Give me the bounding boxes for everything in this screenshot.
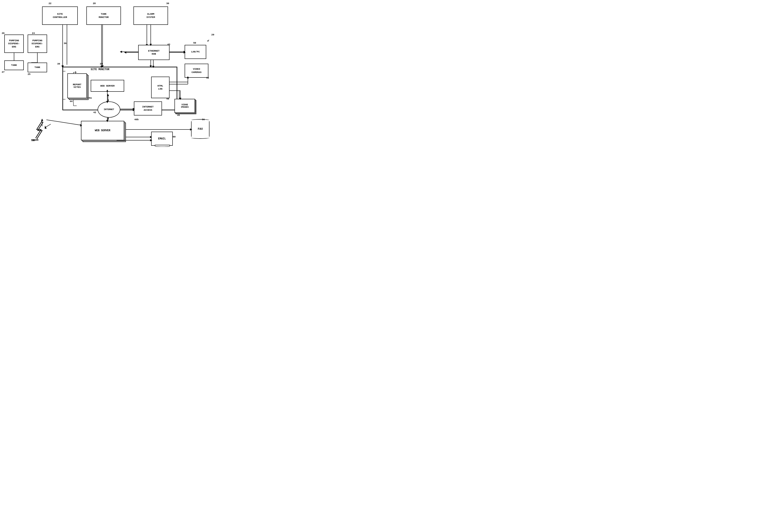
ref-43: 43 [167, 43, 170, 46]
arrow-20: ↙ [207, 38, 210, 42]
diagram: 20 ↙ SITECONTROLLER 22 TANKMONITOR 28 AL… [0, 0, 216, 147]
pumping-dispensers-24: PUMPINGDISPENS-ERS [28, 35, 47, 53]
ref-22: 22 [49, 2, 52, 5]
ref-56: 56 [202, 118, 205, 121]
fax-shape: FAX [191, 121, 210, 137]
lan-pc-box: LAN/PC [185, 45, 206, 59]
ref-40b: 40b [134, 118, 138, 121]
internet-up-arrow: ⬆ [107, 98, 109, 102]
ref-58: 58 [31, 139, 35, 142]
ref-30: 30 [166, 2, 169, 5]
pumping-dispensers-26: PUMPINGDISPENS-ERS [4, 35, 24, 53]
ref-42: 42 [93, 111, 96, 114]
ref-40a: 40a [88, 97, 92, 99]
video-cameras-box: VIDEOCAMERAS [185, 64, 208, 78]
ref-45: 45 [177, 114, 180, 117]
tank-monitor-box: TANKMONITOR [86, 6, 121, 25]
html-log-box: HTMLLOG [151, 77, 169, 98]
internet-circle: INTERNET [98, 101, 120, 118]
svg-marker-53 [124, 52, 126, 54]
ref-24: 24 [32, 32, 35, 35]
ref-50: 50 [193, 42, 196, 44]
ref-25: 25 [28, 73, 30, 75]
pager-lightning [31, 120, 49, 139]
ref-36: 36 [64, 42, 66, 45]
ref-44: 44 [70, 100, 72, 103]
ref-60: 60 [173, 136, 176, 138]
ref-26: 26 [2, 32, 4, 35]
ethernet-hub-box: ETHERNETHUB [138, 45, 169, 60]
ref-39: 39 [57, 63, 60, 65]
ref-46: 46 [166, 98, 169, 100]
svg-marker-11 [120, 51, 122, 53]
internet-down-arrow: ⬇ [107, 117, 109, 121]
ref-52: 52 [206, 77, 209, 79]
ref-38: 38 [100, 63, 102, 65]
site-controller-box: SITECONTROLLER [42, 6, 78, 25]
email-shape: EMAIL [151, 132, 173, 146]
web-server-upper: WEB SERVER [91, 80, 124, 92]
ref-27: 27 [2, 71, 4, 73]
internet-access-box: INTERNETACCESS [134, 101, 162, 115]
tank-25: TANK [28, 63, 47, 72]
tank-27: TANK [4, 60, 24, 70]
pager-area: PAGER [31, 120, 49, 140]
ref-20: 20 [211, 33, 214, 36]
svg-line-76 [46, 120, 81, 125]
alarm-system-box: ALARMSYSTEM [133, 6, 168, 25]
ref-28: 28 [93, 2, 96, 5]
